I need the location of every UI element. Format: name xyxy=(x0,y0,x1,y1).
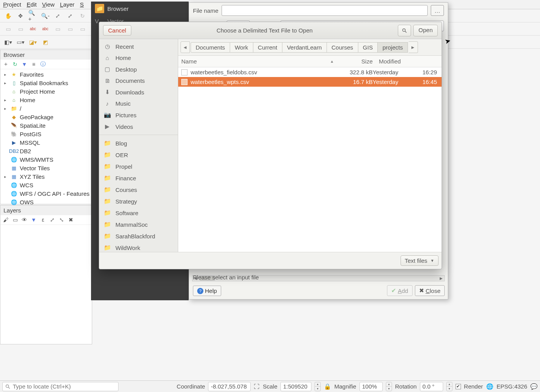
place-item[interactable]: 📁Software xyxy=(99,207,178,219)
menu-layer[interactable]: Layer xyxy=(60,1,75,8)
place-item[interactable]: 📷Pictures xyxy=(99,109,178,121)
browser-tree-item[interactable]: DB2DB2 xyxy=(0,147,92,155)
place-item[interactable]: ▢Desktop xyxy=(99,63,178,75)
label-tool-3-icon[interactable]: ▭ xyxy=(53,24,63,34)
browser-tree-item[interactable]: 🌐WFS / OGC API - Features xyxy=(0,189,92,198)
layer-tool-4-icon[interactable]: ◩ xyxy=(40,37,50,47)
browser-tree-item[interactable]: 🌐WCS xyxy=(0,181,92,189)
file-row[interactable]: waterbeetles_fieldobs.csv322.8 kBYesterd… xyxy=(178,67,442,77)
rotation-field[interactable]: 0.0 ° xyxy=(420,382,443,391)
cancel-button[interactable]: Cancel xyxy=(103,25,131,36)
extents-icon[interactable]: ⛶ xyxy=(254,383,260,390)
browser-tree-item[interactable]: ▸📁/ xyxy=(0,104,92,113)
column-size[interactable]: Size xyxy=(337,56,376,67)
lock-icon[interactable]: 🔒 xyxy=(324,383,331,390)
rotation-spinner[interactable]: ▴▾ xyxy=(446,382,452,391)
place-item[interactable]: ◷Recent xyxy=(99,41,178,52)
place-item[interactable]: 📁SarahBlackford xyxy=(99,230,178,242)
zoom-in-icon[interactable]: 🔍+ xyxy=(28,11,38,21)
expr-icon[interactable]: ε xyxy=(39,216,47,224)
add-group-icon[interactable]: ▭ xyxy=(11,216,19,224)
locator-input[interactable] xyxy=(13,383,116,390)
path-forward-button[interactable]: ▸ xyxy=(409,41,418,53)
browser-tree-item[interactable]: 🪶SpatiaLite xyxy=(0,121,92,130)
place-item[interactable]: ⬇Downloads xyxy=(99,86,178,98)
label-tool-2-icon[interactable]: ▭ xyxy=(15,24,26,34)
crs-icon[interactable]: 🌐 xyxy=(486,383,494,390)
browser-tree-item[interactable]: ◆GeoPackage xyxy=(0,113,92,121)
filter-legend-icon[interactable]: ▼ xyxy=(30,216,38,224)
zoom-full-icon[interactable]: ⤢ xyxy=(53,11,63,21)
browser-tree-item[interactable]: ▸▦XYZ Tiles xyxy=(0,172,92,181)
browser-tree-item[interactable]: ▸⌂Home xyxy=(0,96,92,104)
label-abc-icon[interactable]: abc xyxy=(28,24,38,34)
column-name[interactable]: Name ▲ xyxy=(178,56,337,67)
open-button[interactable]: Open xyxy=(413,25,438,36)
browse-file-button[interactable]: … xyxy=(431,5,444,16)
place-item[interactable]: ♪Music xyxy=(99,98,178,109)
label-tool-5-icon[interactable]: ▭ xyxy=(77,24,88,34)
path-segment[interactable]: Courses xyxy=(327,42,358,53)
pan-selection-icon[interactable]: ✥ xyxy=(15,11,26,21)
menu-view[interactable]: View xyxy=(42,1,55,8)
label-abc2-icon[interactable]: abc xyxy=(40,24,50,34)
file-name-input[interactable] xyxy=(222,5,428,16)
style-icon[interactable]: 🖌 xyxy=(2,216,10,224)
path-segment[interactable]: GIS xyxy=(358,42,378,53)
browser-tree-item[interactable]: ⌂Project Home xyxy=(0,87,92,96)
path-segment[interactable]: Current xyxy=(253,42,282,53)
layer-tool-2-icon[interactable]: ▭▾ xyxy=(15,37,26,47)
collapse-icon[interactable]: ≡ xyxy=(30,60,38,68)
scale-spinner[interactable]: ▴▾ xyxy=(315,382,321,391)
browser-tree-item[interactable]: ▶MSSQL xyxy=(0,138,92,147)
path-segment[interactable]: Documents xyxy=(191,42,230,53)
render-checkbox[interactable]: ✔ xyxy=(456,384,461,389)
close-button[interactable]: ✖ Close xyxy=(415,285,445,296)
place-item[interactable]: 📁WildWork xyxy=(99,242,178,252)
messages-icon[interactable]: 💬 xyxy=(530,383,538,390)
browser-tree-item[interactable]: 🐘PostGIS xyxy=(0,130,92,138)
layer-tool-3-icon[interactable]: ◪▾ xyxy=(28,37,38,47)
column-modified[interactable]: Modified xyxy=(376,56,442,67)
zoom-out-icon[interactable]: 🔍- xyxy=(40,11,50,21)
path-segment[interactable]: VerdantLearn xyxy=(282,42,327,53)
help-button[interactable]: ? Help xyxy=(193,286,221,296)
search-button[interactable] xyxy=(398,25,411,36)
path-segment[interactable]: projects xyxy=(378,42,408,53)
place-item[interactable]: 📁Propel xyxy=(99,161,178,172)
visibility-icon[interactable]: 👁 xyxy=(21,216,28,224)
place-item[interactable]: 📁Strategy xyxy=(99,195,178,207)
label-tool-4-icon[interactable]: ▭ xyxy=(65,24,75,34)
properties-icon[interactable]: ⓘ xyxy=(39,60,47,68)
pan-icon[interactable]: ✋ xyxy=(3,11,13,21)
collapse-all-icon[interactable]: ⤡ xyxy=(58,216,65,224)
label-tool-1-icon[interactable]: ▭ xyxy=(3,24,13,34)
browser-tree-item[interactable]: ▸▯Spatial Bookmarks xyxy=(0,79,92,87)
place-item[interactable]: 📁Courses xyxy=(99,184,178,195)
menu-project[interactable]: Project xyxy=(3,1,21,8)
locator-search[interactable] xyxy=(2,382,119,391)
zoom-selection-icon[interactable]: ⤢ xyxy=(65,11,75,21)
scale-field[interactable]: 1:509520 xyxy=(280,382,311,391)
file-row[interactable]: waterbeetles_wpts.csv16.7 kBYesterday16:… xyxy=(178,77,442,87)
filter-icon[interactable]: ▼ xyxy=(21,60,28,68)
add-button[interactable]: ✔ Add xyxy=(387,285,413,296)
menu-edit[interactable]: Edit xyxy=(27,1,37,8)
place-item[interactable]: ▶Videos xyxy=(99,121,178,132)
magnifier-field[interactable]: 100% xyxy=(359,382,383,391)
coordinate-field[interactable]: -8.027,55.078 xyxy=(208,382,251,391)
place-item[interactable]: 📁Blog xyxy=(99,137,178,149)
path-back-button[interactable]: ◂ xyxy=(181,41,190,53)
place-item[interactable]: ⌂Home xyxy=(99,52,178,63)
place-item[interactable]: 🗎Documents xyxy=(99,75,178,86)
file-type-filter[interactable]: Text files ▼ xyxy=(401,255,439,266)
magnifier-spinner[interactable]: ▴▾ xyxy=(386,382,392,391)
place-item[interactable]: 📁OER xyxy=(99,149,178,161)
path-segment[interactable]: Work xyxy=(230,42,253,53)
place-item[interactable]: 📁MammalSoc xyxy=(99,219,178,230)
expand-icon[interactable]: ⤢ xyxy=(48,216,56,224)
refresh-icon[interactable]: ↻ xyxy=(11,60,19,68)
scroll-right-icon[interactable]: ▸ xyxy=(438,276,444,281)
browser-tree-item[interactable]: ▸★Favorites xyxy=(0,70,92,79)
menu-more[interactable]: S xyxy=(80,1,84,8)
